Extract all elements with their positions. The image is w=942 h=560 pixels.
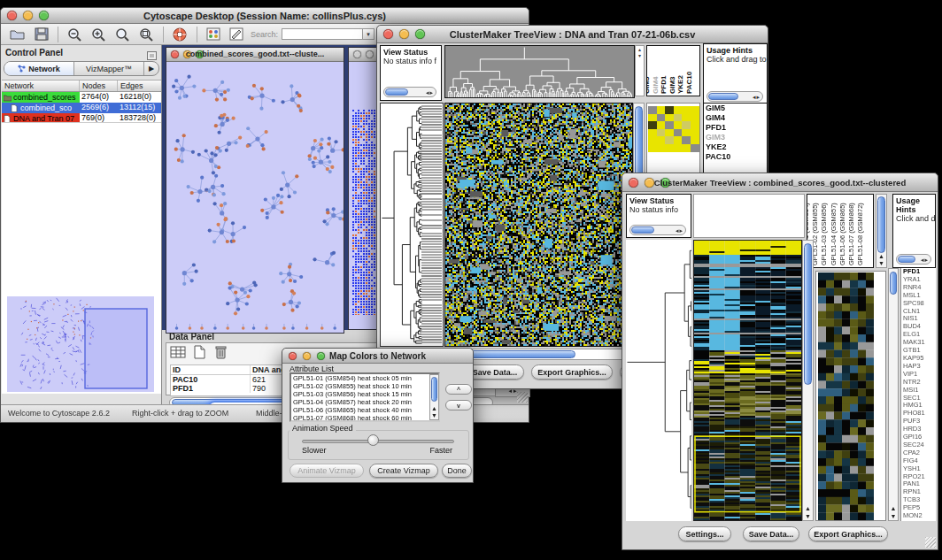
scroll-down-icon[interactable]: ▼ <box>876 260 886 266</box>
scrollbar-thumb[interactable] <box>877 196 885 253</box>
detail-grid-cell[interactable] <box>648 121 657 129</box>
detail-grid-cell[interactable] <box>665 136 674 144</box>
detail-grid-cell[interactable] <box>674 121 683 129</box>
scroll-arrows-icon[interactable]: ◂▸ <box>753 94 761 101</box>
close-button[interactable] <box>353 50 361 58</box>
detail-grid-cell[interactable] <box>648 106 657 114</box>
detail-grid-cell[interactable] <box>691 114 699 122</box>
tv1-gene-label[interactable]: GIM4 <box>704 113 767 123</box>
detail-grid-cell[interactable] <box>691 136 699 144</box>
open-folder-icon[interactable] <box>10 27 26 41</box>
minimize-button[interactable] <box>366 50 374 58</box>
detail-grid-cell[interactable] <box>682 106 691 114</box>
col-network[interactable]: Network <box>2 81 80 91</box>
animate-vizmap-button[interactable]: Animate Vizmap <box>290 464 364 478</box>
detail-grid-cell[interactable] <box>691 106 699 114</box>
scroll-arrows-icon[interactable]: ◂▸ <box>426 89 434 96</box>
detail-grid-cell[interactable] <box>682 121 691 129</box>
network-view-2-canvas[interactable] <box>352 110 377 315</box>
annotation-icon[interactable] <box>229 27 243 41</box>
col-id[interactable]: ID <box>171 365 251 374</box>
scroll-down-icon[interactable]: ▼ <box>430 412 438 418</box>
scroll-up-icon[interactable]: ▲ <box>889 505 898 511</box>
scrollbar-thumb[interactable] <box>804 243 812 385</box>
tv1-column-dendrogram[interactable] <box>444 45 635 98</box>
resize-grip[interactable] <box>517 392 528 403</box>
detail-grid-cell[interactable] <box>682 144 691 152</box>
detail-grid-cell[interactable] <box>648 136 657 144</box>
scrollbar-thumb[interactable] <box>631 226 654 234</box>
detail-grid-cell[interactable] <box>657 144 666 152</box>
save-icon[interactable] <box>35 27 49 41</box>
zoom-in-icon[interactable] <box>91 27 106 42</box>
detail-grid-cell[interactable] <box>657 129 666 137</box>
detail-grid-cell[interactable] <box>674 136 683 144</box>
new-doc-icon[interactable] <box>193 345 206 363</box>
tv2-save-data-button[interactable]: Save Data... <box>743 526 799 541</box>
detail-grid-cell[interactable] <box>682 129 691 137</box>
search-input[interactable] <box>282 28 363 40</box>
dialog-titlebar[interactable]: Map Colors to Network <box>282 349 473 364</box>
tab-network[interactable]: Network <box>4 62 74 75</box>
scroll-up-icon[interactable]: ▲ <box>430 405 438 411</box>
detail-grid-cell[interactable] <box>674 129 683 137</box>
detail-grid-cell[interactable] <box>665 114 674 122</box>
view-status-scrollbar[interactable]: ◂▸ <box>629 225 686 235</box>
detail-grid-cell[interactable] <box>657 121 666 129</box>
network-overview-thumbnail[interactable] <box>7 296 154 392</box>
help-lifesaver-icon[interactable] <box>173 27 188 42</box>
scrollbar-thumb[interactable] <box>708 93 738 100</box>
detail-grid-cell[interactable] <box>657 136 666 144</box>
tv1-export-graphics-button[interactable]: Export Graphics... <box>531 364 613 380</box>
tv1-global-heatmap[interactable] <box>444 103 633 347</box>
col-edges[interactable]: Edges <box>118 81 161 91</box>
scroll-arrows-icon[interactable]: ◂▸ <box>676 227 683 234</box>
slider-thumb[interactable] <box>367 434 379 446</box>
tv1-gene-label[interactable]: GIM3 <box>704 133 767 142</box>
detail-grid-cell[interactable] <box>682 114 691 122</box>
usage-hints-scrollbar[interactable]: ◂▸ <box>706 91 763 102</box>
view-status-scrollbar[interactable]: ◂▸ <box>383 87 436 97</box>
tv2-detail-heatmap[interactable] <box>818 272 874 520</box>
tv2-vertical-scrollbar[interactable]: ▲ ▼ <box>802 240 814 521</box>
detail-grid-cell[interactable] <box>665 121 674 129</box>
zoom-out-icon[interactable] <box>67 27 82 42</box>
network-table-row[interactable]: combined_scores2764(0)16218(0) <box>2 92 161 103</box>
tv2-gene-label[interactable]: MON2 <box>901 512 936 520</box>
tv2-column-labels-scrollbar[interactable]: ▲ ▼ <box>876 194 887 268</box>
tv2-settings-button[interactable]: Settings... <box>678 526 731 541</box>
tv1-gene-label[interactable]: GIM5 <box>704 104 767 113</box>
scrollbar-thumb[interactable] <box>431 377 437 402</box>
tv2-global-heatmap[interactable] <box>693 240 802 521</box>
tab-vizmapper[interactable]: VizMapper™ <box>74 62 144 75</box>
treeview1-titlebar[interactable]: ClusterMaker TreeView : DNA and Tran 07-… <box>377 26 768 43</box>
attribute-list-item[interactable]: GPL51-02 (GSM855) heat shock 10 min <box>291 382 438 390</box>
tab-overflow-arrow[interactable]: ▶ <box>144 62 158 75</box>
vizmap-icon[interactable] <box>206 27 220 41</box>
scrollbar-thumb[interactable] <box>635 106 643 182</box>
scroll-up-icon[interactable]: ▲ <box>803 505 813 511</box>
attribute-list-item[interactable]: GPL51-03 (GSM856) heat shock 15 min <box>291 390 438 398</box>
tv1-row-dendrogram-overview[interactable] <box>380 103 444 347</box>
network-table-row[interactable]: combined_sco2569(6)13112(15) <box>2 103 161 113</box>
network-view-1-canvas[interactable] <box>167 63 344 333</box>
scrollbar-thumb[interactable] <box>898 256 915 263</box>
zoom-selected-icon[interactable] <box>139 27 154 42</box>
detail-grid-cell[interactable] <box>674 144 683 152</box>
attribute-list-item[interactable]: GPL51-07 (GSM868) heat shock 60 min <box>291 414 438 422</box>
move-down-button[interactable]: v <box>445 400 472 410</box>
detail-grid-cell[interactable] <box>657 106 666 114</box>
tv1-gene-label[interactable]: YKE2 <box>704 142 767 152</box>
scrollbar-thumb[interactable] <box>890 272 897 295</box>
scroll-arrows-icon[interactable]: ◂▸ <box>921 257 929 264</box>
detail-grid-cell[interactable] <box>648 114 657 122</box>
attribute-list[interactable]: GPL51-01 (GSM854) heat shock 05 minGPL51… <box>290 372 440 422</box>
table-icon[interactable] <box>170 345 186 363</box>
detail-grid-cell[interactable] <box>682 136 691 144</box>
tv2-row-dendrogram[interactable] <box>626 240 691 521</box>
zoom-fit-icon[interactable] <box>115 27 130 42</box>
done-button[interactable]: Done <box>442 464 472 478</box>
trash-icon[interactable] <box>214 345 228 363</box>
detail-grid-cell[interactable] <box>648 144 657 152</box>
detail-grid-cell[interactable] <box>691 144 699 152</box>
